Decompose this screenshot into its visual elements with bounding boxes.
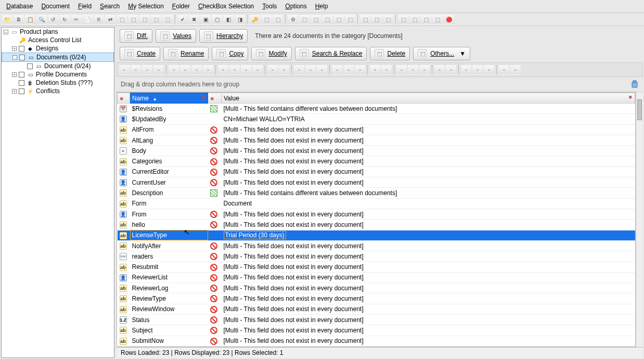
toolbar-btn-40[interactable]: ⬚ [421, 14, 431, 24]
table-row[interactable]: abhello[Multi - This field does not exis… [118, 220, 635, 230]
toolbar-btn-21[interactable]: ◨ [235, 14, 245, 24]
tree-item-conflicts[interactable]: +⚡Conflicts [2, 87, 114, 95]
tree-checkbox[interactable] [27, 63, 33, 69]
cell-name[interactable]: NotifyAfter [130, 240, 208, 251]
filter-icon[interactable]: ✖ [628, 95, 633, 100]
table-row[interactable]: 📅$Revisions[Multi - This field contains … [118, 104, 635, 114]
cell-name[interactable]: Body [130, 146, 208, 156]
grid[interactable]: ✖ Name ▲ ✖ ✖ Value ✖ [117, 92, 636, 347]
toolbar-btn-14[interactable]: ⬚ [162, 14, 173, 24]
cell-value[interactable]: Document [222, 198, 635, 209]
toolbar-btn-11[interactable]: ⬚ [128, 14, 138, 24]
table-row[interactable]: 👓readers[Multi - This field does not exi… [118, 251, 635, 262]
tree-panel[interactable]: – ▭ Product plans 🔑Access Control List+◆… [1, 27, 114, 358]
grid-table[interactable]: ✖ Name ▲ ✖ ✖ Value ✖ [117, 93, 635, 347]
grid-toolbar-btn-13[interactable]: ▫ [252, 65, 263, 75]
grid-toolbar-btn-20[interactable]: ▫ [317, 65, 327, 75]
cell-value[interactable]: CN=Michael WALL/O=YTRIA [222, 114, 635, 124]
collapse-icon[interactable]: – [4, 30, 8, 34]
search-replace-button[interactable]: ⬚Search & Replace [295, 47, 367, 60]
toolbar-btn-5[interactable]: ↻ [59, 14, 70, 24]
cell-value[interactable]: [Multi - This field does not exist in ev… [222, 156, 635, 166]
grid-toolbar-btn-6[interactable]: ▫ [180, 65, 190, 75]
cell-value[interactable]: [Multi - This field does not exist in ev… [222, 304, 635, 314]
tree-checkbox[interactable] [19, 72, 24, 78]
table-row[interactable]: abNotifyAfter[Multi - This field does no… [118, 240, 635, 251]
table-row[interactable]: abResubmit[Multi - This field does not e… [118, 262, 635, 272]
table-row[interactable]: 👤ReviewerList[Multi - This field does no… [118, 272, 635, 283]
table-row[interactable]: abSubmitNow[Multi - This field does not … [118, 336, 635, 346]
grid-toolbar-btn-22[interactable]: ▫ [332, 65, 342, 75]
grid-toolbar-btn-38[interactable]: ▫ [484, 65, 494, 75]
toolbar-btn-7[interactable]: 📄 [82, 14, 93, 24]
cell-name[interactable]: From [130, 209, 208, 219]
grid-toolbar-btn-41[interactable]: ▫ [510, 65, 521, 75]
toolbar-btn-29[interactable]: ⬚ [311, 14, 321, 24]
toolbar-btn-6[interactable]: ✂ [71, 14, 81, 24]
cell-value[interactable]: [Multi - This field does not exist in ev… [222, 283, 635, 293]
col-header-valicon[interactable]: ✖ [208, 93, 222, 104]
expand-icon[interactable]: + [12, 46, 17, 51]
cell-value[interactable]: [Multi - This field does not exist in ev… [222, 220, 635, 230]
values-button[interactable]: ⬚Values [156, 29, 196, 43]
create-button[interactable]: ⬚Create [120, 47, 160, 60]
toolbar-btn-36[interactable]: ⬚ [383, 14, 393, 24]
tree-item-designs[interactable]: +◆Designs [2, 44, 114, 53]
grid-toolbar-btn-31[interactable]: ▫ [419, 65, 430, 75]
table-row[interactable]: abReviewType[Multi - This field does not… [118, 293, 635, 304]
grid-toolbar-btn-7[interactable]: ▫ [191, 65, 202, 75]
grid-toolbar-btn-10[interactable]: ▫ [218, 65, 228, 75]
cell-name[interactable]: Description [130, 188, 208, 198]
expand-icon[interactable]: - [12, 55, 17, 60]
cell-name[interactable]: ReviewerList [130, 272, 208, 283]
grid-toolbar-btn-3[interactable]: ▫ [153, 65, 164, 75]
cell-value[interactable]: [Multi - This field does not exist in ev… [222, 293, 635, 304]
cell-value[interactable]: [Multi - This field does not exist in ev… [222, 209, 635, 219]
cell-name[interactable]: ReviewWindow [130, 304, 208, 314]
cell-value[interactable]: [Multi - This field contains different v… [222, 104, 635, 114]
toolbar-btn-34[interactable]: ⬚ [360, 14, 370, 24]
menu-help[interactable]: Help [312, 2, 331, 11]
toolbar-btn-16[interactable]: ✔ [177, 14, 188, 24]
table-row[interactable]: 👤CurrentUser[Multi - This field does not… [118, 177, 635, 188]
tree-item-access[interactable]: 🔑Access Control List [2, 36, 114, 44]
menu-tools[interactable]: Tools [259, 2, 280, 11]
cell-name[interactable]: SubmitNow [130, 336, 208, 346]
cell-value[interactable]: [Multi - This field contains different v… [222, 188, 635, 198]
rename-button[interactable]: ⬚Rename [163, 47, 209, 60]
cell-value[interactable]: [Multi - This field does not exist in ev… [222, 336, 635, 346]
menu-database[interactable]: Database [3, 2, 36, 11]
expand-icon[interactable]: + [12, 89, 17, 94]
cell-name[interactable]: AltFrom [130, 124, 208, 135]
col-header-pin[interactable]: ✖ [118, 93, 130, 104]
table-row[interactable]: 1.2Status[Multi - This field does not ex… [118, 314, 635, 325]
cell-name[interactable]: CurrentUser [130, 177, 208, 188]
table-row[interactable]: abReviewerLog[Multi - This field does no… [118, 283, 635, 293]
cell-value[interactable]: [Multi - This field does not exist in ev… [222, 251, 635, 262]
cell-name[interactable]: Resubmit [130, 262, 208, 272]
copy-button[interactable]: ⬚Copy [212, 47, 248, 60]
menu-options[interactable]: Options [282, 2, 310, 11]
table-row[interactable]: 👤CurrentEditor[Multi - This field does n… [118, 166, 635, 177]
cell-name[interactable]: ReviewerLog [130, 283, 208, 293]
menu-checkbox-selection[interactable]: CheckBox Selection [195, 2, 257, 11]
toolbar-btn-4[interactable]: ↺ [48, 14, 58, 24]
tree-checkbox[interactable] [19, 88, 24, 94]
table-row[interactable]: abSubject[Multi - This field does not ex… [118, 325, 635, 336]
grid-toolbar-btn-11[interactable]: ▫ [229, 65, 240, 75]
grouping-bar[interactable]: Drag & drop column headers here to group [117, 77, 643, 92]
grid-toolbar-btn-29[interactable]: ▫ [396, 65, 407, 75]
grid-toolbar-btn-19[interactable]: ▫ [305, 65, 316, 75]
table-row[interactable]: 👤$UpdatedByCN=Michael WALL/O=YTRIA [118, 114, 635, 124]
cell-value[interactable]: [Multi - This field does not exist in ev… [222, 177, 635, 188]
grid-toolbar-btn-26[interactable]: ▫ [370, 65, 380, 75]
cell-value[interactable]: [Multi - This field does not exist in ev… [222, 166, 635, 177]
cell-name[interactable]: readers [130, 251, 208, 262]
cell-name[interactable]: Form [130, 198, 208, 209]
toolbar-btn-10[interactable]: ⬚ [117, 14, 127, 24]
toolbar-btn-28[interactable]: ⬚ [299, 14, 310, 24]
cell-name[interactable]: ReviewType [130, 293, 208, 304]
tree-item-documents[interactable]: -▭Documents (0/24) [2, 53, 114, 62]
grid-toolbar-btn-12[interactable]: ▫ [241, 65, 251, 75]
cell-value[interactable]: [Multi - This field does not exist in ev… [222, 262, 635, 272]
